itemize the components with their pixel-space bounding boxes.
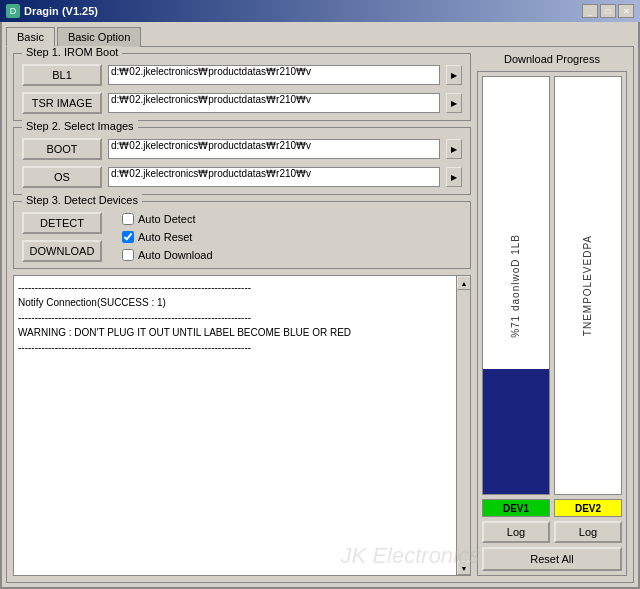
progress-bar-2: TNEMPOLEVEDPA (554, 76, 622, 495)
dev2-badge: DEV2 (554, 499, 622, 517)
tsr-path[interactable]: d:₩02.jkelectronics₩productdatas₩r210₩v (108, 93, 440, 113)
progress-text-1: %71 daonlwoD 1LB (510, 234, 522, 338)
step3-title: Step 3. Detect Devices (22, 194, 142, 206)
boot-path[interactable]: d:₩02.jkelectronics₩productdatas₩r210₩v (108, 139, 440, 159)
boot-scroll[interactable]: ▶ (446, 139, 462, 159)
log-text: ----------------------------------------… (14, 276, 470, 359)
app-icon: D (6, 4, 20, 18)
progress-fill-1 (483, 369, 549, 494)
tab-basic[interactable]: Basic (6, 27, 55, 47)
step2-title: Step 2. Select Images (22, 120, 138, 132)
log2-button[interactable]: Log (554, 521, 622, 543)
main-window: Basic Basic Option Step 1. IROM Boot BL1… (0, 22, 640, 589)
left-panel: Step 1. IROM Boot BL1 d:₩02.jkelectronic… (13, 53, 471, 576)
boot-button[interactable]: BOOT (22, 138, 102, 160)
detect-buttons: DETECT DOWNLOAD (22, 212, 102, 262)
tab-basic-option[interactable]: Basic Option (57, 27, 141, 47)
tsr-scroll[interactable]: ▶ (446, 93, 462, 113)
step3-section: Step 3. Detect Devices DETECT DOWNLOAD A… (13, 201, 471, 269)
minimize-button[interactable]: _ (582, 4, 598, 18)
download-progress-label: Download Progress (477, 53, 627, 65)
progress-bars: %71 daonlwoD 1LB TNEMPOLEVEDPA (482, 76, 622, 495)
progress-section: %71 daonlwoD 1LB TNEMPOLEVEDPA DEV1 DEV2… (477, 71, 627, 576)
bl1-scroll[interactable]: ▶ (446, 65, 462, 85)
auto-detect-checkbox[interactable] (122, 213, 134, 225)
window-title: Dragin (V1.25) (24, 5, 98, 17)
auto-download-row: Auto Download (122, 249, 213, 261)
boot-row: BOOT d:₩02.jkelectronics₩productdatas₩r2… (22, 138, 462, 160)
progress-text-2: TNEMPOLEVEDPA (582, 235, 594, 336)
right-panel: Download Progress %71 daonlwoD 1LB TNEMP… (477, 53, 627, 576)
checkboxes: Auto Detect Auto Reset Auto Download (122, 213, 213, 261)
tab-row: Basic Basic Option (6, 26, 634, 46)
auto-reset-label: Auto Reset (138, 231, 192, 243)
log-area: ----------------------------------------… (13, 275, 471, 576)
detect-row: DETECT DOWNLOAD Auto Detect Auto Reset (22, 212, 462, 262)
window-controls: _ □ ✕ (582, 4, 634, 18)
auto-detect-row: Auto Detect (122, 213, 213, 225)
bl1-row: BL1 d:₩02.jkelectronics₩productdatas₩r21… (22, 64, 462, 86)
log-btn-row: Log Log (482, 521, 622, 543)
auto-reset-row: Auto Reset (122, 231, 213, 243)
detect-button[interactable]: DETECT (22, 212, 102, 234)
progress-bar-1: %71 daonlwoD 1LB (482, 76, 550, 495)
bl1-path[interactable]: d:₩02.jkelectronics₩productdatas₩r210₩v (108, 65, 440, 85)
step2-section: Step 2. Select Images BOOT d:₩02.jkelect… (13, 127, 471, 195)
auto-download-label: Auto Download (138, 249, 213, 261)
auto-download-checkbox[interactable] (122, 249, 134, 261)
step1-section: Step 1. IROM Boot BL1 d:₩02.jkelectronic… (13, 53, 471, 121)
auto-reset-checkbox[interactable] (122, 231, 134, 243)
bl1-button[interactable]: BL1 (22, 64, 102, 86)
step1-title: Step 1. IROM Boot (22, 46, 122, 58)
auto-detect-label: Auto Detect (138, 213, 195, 225)
dev-row: DEV1 DEV2 (482, 499, 622, 517)
title-bar: D Dragin (V1.25) _ □ ✕ (0, 0, 640, 22)
os-scroll[interactable]: ▶ (446, 167, 462, 187)
close-button[interactable]: ✕ (618, 4, 634, 18)
os-path[interactable]: d:₩02.jkelectronics₩productdatas₩r210₩v (108, 167, 440, 187)
dev1-badge: DEV1 (482, 499, 550, 517)
os-row: OS d:₩02.jkelectronics₩productdatas₩r210… (22, 166, 462, 188)
reset-all-button[interactable]: Reset All (482, 547, 622, 571)
tsr-row: TSR IMAGE d:₩02.jkelectronics₩productdat… (22, 92, 462, 114)
log1-button[interactable]: Log (482, 521, 550, 543)
maximize-button[interactable]: □ (600, 4, 616, 18)
os-button[interactable]: OS (22, 166, 102, 188)
log-scroll-up[interactable]: ▲ (457, 276, 471, 290)
log-scroll-down[interactable]: ▼ (457, 561, 471, 575)
log-scrollbar: ▲ ▼ (456, 276, 470, 575)
download-button[interactable]: DOWNLOAD (22, 240, 102, 262)
tsr-button[interactable]: TSR IMAGE (22, 92, 102, 114)
content-area: Step 1. IROM Boot BL1 d:₩02.jkelectronic… (6, 46, 634, 583)
